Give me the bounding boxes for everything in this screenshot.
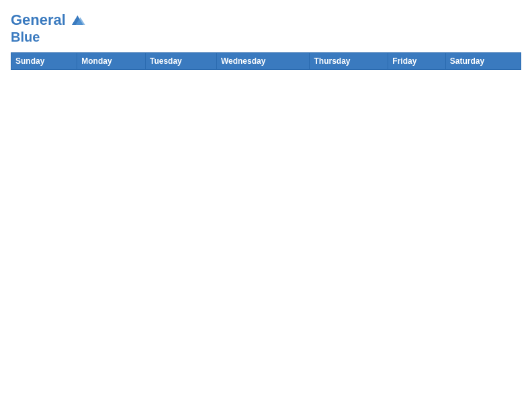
weekday-thursday: Thursday	[310, 53, 388, 70]
calendar-table: SundayMondayTuesdayWednesdayThursdayFrid…	[11, 52, 521, 70]
page-header: General Blue	[11, 11, 521, 44]
weekday-header-row: SundayMondayTuesdayWednesdayThursdayFrid…	[11, 53, 521, 70]
weekday-saturday: Saturday	[445, 53, 521, 70]
logo-blue-text: Blue	[11, 30, 86, 44]
weekday-tuesday: Tuesday	[145, 53, 216, 70]
weekday-monday: Monday	[77, 53, 146, 70]
logo-icon	[67, 11, 86, 30]
logo: General Blue	[11, 11, 86, 44]
weekday-wednesday: Wednesday	[216, 53, 310, 70]
weekday-friday: Friday	[388, 53, 445, 70]
weekday-sunday: Sunday	[11, 53, 77, 70]
logo-text: General	[11, 12, 66, 28]
